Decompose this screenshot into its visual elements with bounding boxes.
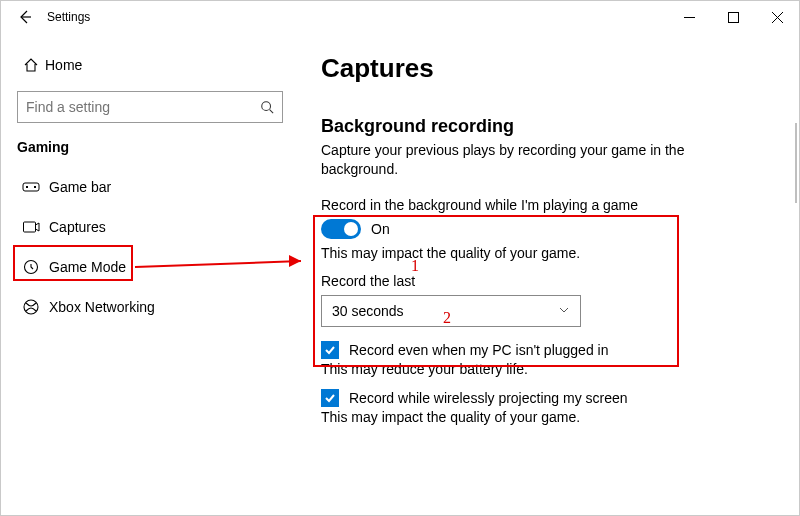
record-wireless-checkbox[interactable] [321, 389, 339, 407]
close-button[interactable] [755, 1, 799, 33]
annotation-box-sidebar [13, 245, 133, 281]
section-description: Capture your previous plays by recording… [321, 141, 751, 179]
svg-rect-4 [34, 186, 36, 188]
sidebar-item-label: Xbox Networking [45, 299, 155, 315]
xbox-networking-icon [17, 298, 45, 316]
back-button[interactable] [9, 1, 41, 33]
svg-point-1 [262, 102, 271, 111]
captures-icon [17, 218, 45, 236]
maximize-button[interactable] [711, 1, 755, 33]
sidebar-item-xbox-networking[interactable]: Xbox Networking [13, 287, 301, 327]
annotation-1: 1 [411, 257, 419, 275]
search-input-container[interactable] [17, 91, 283, 123]
game-bar-icon [17, 178, 45, 196]
sidebar-item-label: Captures [45, 219, 106, 235]
search-input[interactable] [18, 98, 252, 116]
section-heading: Background recording [321, 116, 783, 137]
svg-rect-3 [26, 186, 28, 188]
search-icon [252, 100, 282, 114]
page-title: Captures [321, 53, 783, 84]
svg-point-7 [24, 300, 38, 314]
home-icon [17, 57, 45, 73]
annotation-2: 2 [443, 309, 451, 327]
annotation-box-main [313, 215, 679, 367]
sidebar-item-captures[interactable]: Captures [13, 207, 301, 247]
scrollbar-thumb[interactable] [795, 123, 797, 203]
svg-rect-5 [24, 222, 36, 232]
sidebar-home[interactable]: Home [17, 47, 301, 83]
sidebar-category: Gaming [17, 139, 301, 155]
annotation-arrow [133, 249, 315, 279]
svg-line-8 [135, 261, 301, 267]
minimize-button[interactable] [667, 1, 711, 33]
sidebar-home-label: Home [45, 57, 82, 73]
svg-rect-2 [23, 183, 39, 191]
record-wireless-note: This may impact the quality of your game… [321, 409, 783, 425]
window-title: Settings [41, 10, 90, 24]
record-bg-label: Record in the background while I'm playi… [321, 197, 783, 213]
sidebar-item-label: Game bar [45, 179, 111, 195]
svg-marker-9 [289, 255, 301, 267]
svg-rect-0 [728, 12, 738, 22]
titlebar: Settings [1, 1, 799, 33]
sidebar-item-game-bar[interactable]: Game bar [13, 167, 301, 207]
record-wireless-label: Record while wirelessly projecting my sc… [349, 390, 628, 406]
